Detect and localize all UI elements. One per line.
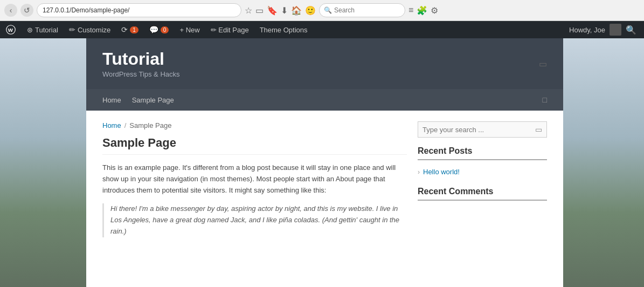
wp-logo[interactable]: W <box>3 22 18 37</box>
howdy-text: Howdy, Joe <box>565 26 610 34</box>
page-title: Sample Page <box>102 136 407 155</box>
browser-chrome: ‹ ↺ ☆ ▭ 🔖 ⬇ 🏠 🙂 🔍 ≡ 🧩 ⚙ <box>0 0 644 21</box>
city-left <box>0 38 89 287</box>
recent-posts-list: › Hello world! <box>418 166 547 178</box>
page-blockquote: Hi there! I'm a bike messenger by day, a… <box>102 203 407 237</box>
screenshot-icon[interactable]: ▭ <box>255 5 264 16</box>
browser-search-bar[interactable]: 🔍 <box>319 3 405 17</box>
browser-toolbar: ‹ ↺ ☆ ▭ 🔖 ⬇ 🏠 🙂 🔍 ≡ 🧩 ⚙ <box>0 0 644 20</box>
recent-post-item[interactable]: › Hello world! <box>418 166 547 178</box>
customize-icon: ✏ <box>69 25 75 34</box>
chevron-right-icon: › <box>418 168 420 176</box>
user-avatar <box>610 24 621 36</box>
breadcrumb: Home / Sample Page <box>102 121 407 129</box>
breadcrumb-current: Sample Page <box>129 121 171 129</box>
download-icon[interactable]: ⬇ <box>281 5 288 16</box>
site-tagline: WordPress Tips & Hacks <box>102 70 180 78</box>
site-wrapper: Tutorial WordPress Tips & Hacks ▭ Home S… <box>0 38 644 287</box>
wp-admin-bar: W ⊛ Tutorial ✏ Customize ⟳ 1 💬 0 + New ✏… <box>0 21 644 38</box>
header-icon-right: ▭ <box>539 59 547 69</box>
search-icon: 🔍 <box>324 6 332 14</box>
page-body-text: This is an example page. It's different … <box>102 162 407 196</box>
site-title: Tutorial <box>102 49 180 69</box>
reload-button[interactable]: ↺ <box>20 4 33 17</box>
admin-bar-right: Howdy, Joe 🔍 <box>565 24 641 36</box>
admin-search-icon[interactable]: 🔍 <box>621 25 641 35</box>
sidebar-search-input[interactable] <box>418 122 531 137</box>
sidebar-search-button[interactable]: ▭ <box>531 122 546 137</box>
nav-icon-right: □ <box>543 95 547 104</box>
face-icon[interactable]: 🙂 <box>305 5 316 16</box>
address-bar[interactable] <box>37 3 241 17</box>
svg-text:W: W <box>8 27 13 33</box>
back-button[interactable]: ‹ <box>4 4 17 17</box>
recent-posts-title: Recent Posts <box>418 146 547 160</box>
pocket-icon[interactable]: 🔖 <box>267 5 278 16</box>
post-title: Hello world! <box>423 168 460 176</box>
admin-bar-customize[interactable]: ✏ Customize <box>64 21 116 38</box>
site-title-area: Tutorial WordPress Tips & Hacks <box>102 49 180 78</box>
site-nav: Home Sample Page □ <box>86 89 563 111</box>
home-icon[interactable]: 🏠 <box>291 5 302 16</box>
breadcrumb-separator: / <box>124 121 127 129</box>
recent-comments-title: Recent Comments <box>418 187 547 201</box>
browser-search-input[interactable] <box>334 6 399 14</box>
admin-bar-edit-page[interactable]: ✏ Edit Page <box>205 21 254 38</box>
admin-bar-new[interactable]: + New <box>174 21 205 38</box>
admin-bar-comments[interactable]: 💬 0 <box>144 21 175 38</box>
more-tools-icon[interactable]: ≡ <box>408 5 413 15</box>
comments-badge: 0 <box>161 26 169 33</box>
updates-badge: 1 <box>130 26 139 33</box>
settings-icon[interactable]: ⚙ <box>431 5 438 16</box>
admin-bar-site[interactable]: ⊛ Tutorial <box>22 21 64 38</box>
breadcrumb-home-link[interactable]: Home <box>102 121 121 129</box>
main-content: Home / Sample Page Sample Page This is a… <box>102 121 407 243</box>
site-nav-items: Home Sample Page <box>102 91 174 110</box>
nav-item-home[interactable]: Home <box>102 91 121 110</box>
city-right <box>560 38 644 287</box>
content-area: Home / Sample Page Sample Page This is a… <box>86 111 563 254</box>
site-icon: ⊛ <box>27 26 33 34</box>
comments-icon: 💬 <box>149 25 158 34</box>
sidebar: ▭ Recent Posts › Hello world! Recent Com… <box>418 121 547 243</box>
site-panel: Tutorial WordPress Tips & Hacks ▭ Home S… <box>86 38 563 287</box>
site-header: Tutorial WordPress Tips & Hacks ▭ <box>86 38 563 89</box>
nav-item-sample-page[interactable]: Sample Page <box>132 91 174 110</box>
admin-bar-theme-options[interactable]: Theme Options <box>254 21 313 38</box>
sidebar-search-box[interactable]: ▭ <box>418 121 547 138</box>
updates-icon: ⟳ <box>121 25 128 34</box>
extensions-icon[interactable]: 🧩 <box>417 5 427 16</box>
bookmark-icon[interactable]: ☆ <box>245 5 252 16</box>
admin-bar-updates[interactable]: ⟳ 1 <box>116 21 144 38</box>
